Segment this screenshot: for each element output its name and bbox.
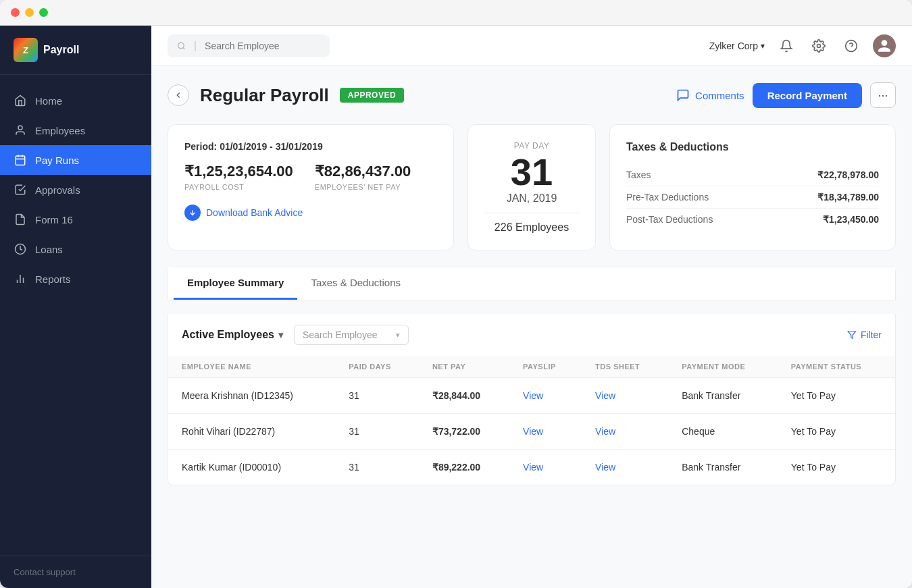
payslip-view[interactable]: View [509, 450, 582, 485]
payslip-view-link[interactable]: View [523, 462, 543, 473]
period-label: Period: 01/01/2019 - 31/01/2019 [184, 141, 437, 152]
net-pay: ₹28,844.00 [419, 378, 509, 414]
chevron-down-icon: ▾ [761, 41, 765, 51]
sidebar-item-approvals[interactable]: Approvals [0, 175, 151, 205]
page-title: Regular Payroll [200, 85, 329, 106]
table-row: Rohit Vihari (ID22787) 31 ₹73,722.00 Vie… [168, 414, 895, 450]
tds-view-link[interactable]: View [595, 390, 615, 401]
status-badge: APPROVED [340, 88, 404, 103]
sidebar-item-loans[interactable]: Loans [0, 234, 151, 264]
col-paid-days: PAID DAYS [335, 356, 419, 378]
paid-days: 31 [335, 378, 419, 414]
download-bank-advice-link[interactable]: Download Bank Advice [184, 205, 437, 221]
net-pay: ₹89,222.00 [419, 450, 509, 485]
app-body: Z Payroll Home Employees [0, 26, 912, 588]
filter-icon [847, 330, 857, 340]
back-button[interactable] [168, 84, 189, 106]
payment-mode: Bank Transfer [668, 378, 778, 414]
sidebar-item-home[interactable]: Home [0, 86, 151, 115]
payday-number: 31 [511, 153, 553, 191]
tds-view[interactable]: View [582, 450, 668, 485]
payruns-icon [14, 153, 27, 167]
tab-employee-summary[interactable]: Employee Summary [174, 267, 297, 300]
payroll-cost-block: ₹1,25,23,654.00 PAYROLL COST [184, 163, 293, 191]
tab-taxes-deductions[interactable]: Taxes & Deductions [297, 267, 414, 300]
contact-support[interactable]: Contact support [0, 556, 151, 588]
sidebar-item-label: Employees [35, 125, 85, 136]
payslip-view-link[interactable]: View [523, 390, 543, 401]
tax-name: Taxes [626, 169, 651, 180]
sidebar-item-label: Approvals [35, 184, 80, 196]
active-employees-dropdown[interactable]: Active Employees ▾ [182, 329, 283, 341]
paid-days: 31 [335, 414, 419, 450]
employee-name: Rohit Vihari (ID22787) [168, 414, 335, 450]
tax-amount: ₹22,78,978.00 [817, 169, 879, 180]
tds-view[interactable]: View [582, 414, 668, 450]
employees-count: 226 Employees [484, 213, 579, 234]
app-window: Z Payroll Home Employees [0, 0, 912, 588]
period-value: 01/01/2019 - 31/01/2019 [220, 141, 323, 152]
home-icon [14, 94, 27, 107]
sidebar-item-form16[interactable]: Form 16 [0, 205, 151, 234]
search-employee-placeholder: Search Employee [303, 329, 378, 340]
search-box[interactable]: | [168, 34, 330, 57]
reports-icon [14, 272, 27, 286]
payslip-view[interactable]: View [509, 414, 582, 450]
page-content: Regular Payroll APPROVED Comments Record… [151, 66, 912, 588]
minimize-btn[interactable] [25, 8, 34, 17]
employee-name: Meera Krishnan (ID12345) [168, 378, 335, 414]
company-selector[interactable]: Zylker Corp ▾ [709, 41, 765, 51]
col-payslip: PAYSLIP [509, 356, 582, 378]
sidebar-item-payruns[interactable]: Pay Runs [0, 145, 151, 175]
approvals-icon [14, 183, 27, 196]
page-title-area: Regular Payroll APPROVED [168, 84, 404, 106]
col-tds-sheet: TDS SHEET [582, 356, 668, 378]
sidebar-item-label: Home [35, 95, 62, 107]
search-input[interactable] [205, 41, 320, 51]
filter-button[interactable]: Filter [847, 329, 882, 340]
cards-row: Period: 01/01/2019 - 31/01/2019 ₹1,25,23… [168, 124, 896, 250]
page-header: Regular Payroll APPROVED Comments Record… [168, 82, 896, 108]
settings-icon[interactable] [808, 35, 830, 57]
tds-view[interactable]: View [582, 378, 668, 414]
maximize-btn[interactable] [39, 8, 48, 17]
help-icon[interactable] [840, 35, 862, 57]
avatar[interactable] [873, 34, 896, 57]
net-pay-amount: ₹82,86,437.00 [315, 163, 411, 180]
header-right: Zylker Corp ▾ [709, 34, 896, 57]
net-pay-label: EMPLOYEES' NET PAY [315, 183, 411, 191]
top-header: | Zylker Corp ▾ [151, 26, 912, 66]
svg-marker-15 [848, 331, 856, 339]
employee-search-select[interactable]: Search Employee ▾ [294, 325, 409, 345]
download-icon [184, 205, 201, 221]
more-options-button[interactable]: ··· [870, 82, 896, 108]
tds-view-link[interactable]: View [595, 462, 615, 473]
sidebar-item-label: Reports [35, 273, 71, 285]
col-payment-mode: PAYMENT MODE [668, 356, 778, 378]
payslip-view-link[interactable]: View [523, 426, 543, 437]
payroll-cost-amount: ₹1,25,23,654.00 [184, 163, 293, 180]
payment-status: Yet To Pay [778, 414, 895, 450]
table-row: Meera Krishnan (ID12345) 31 ₹28,844.00 V… [168, 378, 895, 414]
period-prefix: Period: [184, 141, 217, 152]
titlebar [0, 0, 912, 26]
notifications-icon[interactable] [776, 35, 797, 57]
sidebar-item-reports[interactable]: Reports [0, 264, 151, 294]
download-label: Download Bank Advice [206, 207, 303, 218]
net-pay-block: ₹82,86,437.00 EMPLOYEES' NET PAY [315, 163, 411, 191]
employee-table-area: Active Employees ▾ Search Employee ▾ Fil… [168, 314, 896, 485]
sidebar-item-label: Form 16 [35, 214, 73, 225]
record-payment-button[interactable]: Record Payment [753, 83, 862, 108]
page-actions: Comments Record Payment ··· [676, 82, 896, 108]
sidebar-item-employees[interactable]: Employees [0, 115, 151, 145]
tds-view-link[interactable]: View [595, 426, 615, 437]
comments-button[interactable]: Comments [676, 88, 744, 102]
close-btn[interactable] [11, 8, 20, 17]
paid-days: 31 [335, 450, 419, 485]
main-content: | Zylker Corp ▾ [151, 26, 912, 588]
dropdown-arrow-icon: ▾ [278, 329, 283, 340]
logo-text: Payroll [43, 44, 79, 56]
tax-row-posttax: Post-Tax Deductions ₹1,23,450.00 [626, 209, 879, 230]
payslip-view[interactable]: View [509, 378, 582, 414]
payment-mode: Cheque [668, 414, 778, 450]
